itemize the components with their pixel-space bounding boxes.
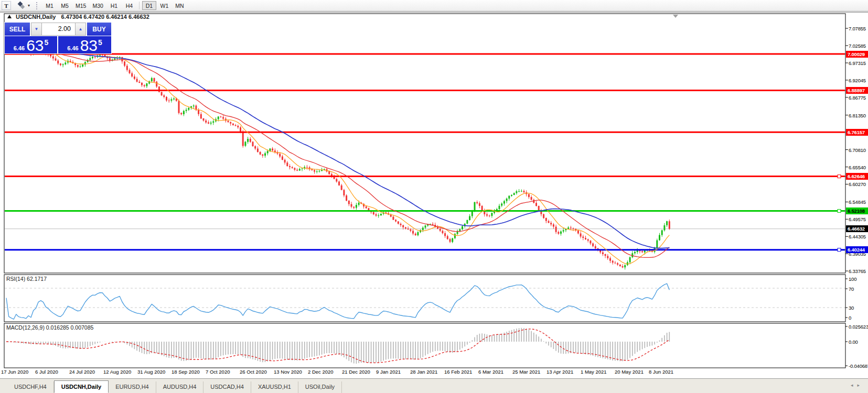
current-price-label: 6.46632 [846,225,868,232]
sell-button[interactable]: SELL [5,23,30,36]
diamond-shape-gray [20,5,25,9]
chart-tab-usdcad[interactable]: USDCAD,H4 [203,381,251,393]
date-tick: 17 Jun 2020 [1,369,28,375]
chart-tab-audusd[interactable]: AUDUSD,H4 [156,381,204,393]
price-tick: 7.02585 [849,43,868,49]
date-tick: 16 Feb 2021 [444,369,472,375]
timeframe-button-h4[interactable]: H4 [122,1,136,10]
text-tool-letter: T [4,3,8,9]
chart-ohlc-values: 6.47304 6.47420 6.46214 6.46632 [61,14,149,20]
price-label-6.40244: 6.40244 [846,246,868,253]
buy-price-prefix: 6.46 [67,45,78,51]
hline-handle[interactable] [838,175,841,178]
hline-handle[interactable] [838,248,841,252]
rsi-tick: 30 [849,305,868,311]
chevron-down-icon[interactable]: ▾ [28,3,30,8]
price-tick: 6.65540 [849,165,868,170]
sell-price-display[interactable]: 6.46 63 5 [5,36,57,53]
text-tool-icon[interactable]: T [2,1,11,10]
timeframe-button-m5[interactable]: M5 [58,1,72,10]
date-tick: 12 Aug 2020 [103,369,131,375]
price-tick: 6.54845 [849,199,868,205]
timeframe-button-m1[interactable]: M1 [42,1,57,10]
date-tick: 13 Apr 2021 [546,369,573,375]
timeframe-button-m30[interactable]: M30 [90,1,105,10]
macd-label: MACD(12,26,9) 0.016285 0.007085 [6,324,93,331]
date-tick: 21 Dec 2020 [342,369,370,375]
price-tick: 6.33765 [849,268,868,274]
rsi-label: RSI(14) 62.1717 [6,276,47,282]
chart-tab-usdchf[interactable]: USDCHF,H4 [7,381,54,393]
date-tick: 7 Oct 2020 [206,369,230,375]
date-tick: 9 Jan 2021 [376,369,401,375]
timeframe-button-d1[interactable]: D1 [142,1,156,10]
date-tick: 24 Jul 2020 [69,369,95,375]
price-label-6.76157: 6.76157 [846,129,868,136]
timeframe-button-m15[interactable]: M15 [73,1,89,10]
price-label-6.62646: 6.62646 [846,173,868,180]
chart-symbol: USDCNH,Daily [16,14,56,20]
price-tick: 6.60270 [849,181,868,187]
macd-tick: 0.00 [849,339,868,345]
date-tick: 2 Dec 2020 [308,369,334,375]
date-tick: 13 Nov 2020 [274,369,302,375]
tab-scroll-left-icon[interactable]: ◂ [851,383,858,388]
rsi-tick: 70 [849,286,868,292]
price-tick: 6.70810 [849,147,868,153]
price-tick: 6.49575 [849,216,868,222]
sell-price-main: 63 [26,38,44,53]
price-label-7.00029: 7.00029 [846,51,868,58]
price-tick: 7.07855 [849,26,868,31]
price-label-6.52108: 6.52108 [846,208,868,214]
price-chart-canvas[interactable] [0,0,868,393]
price-tick: 6.86775 [849,95,868,101]
date-tick: 20 May 2021 [615,369,644,375]
buy-price-pip: 5 [98,38,102,47]
buy-price-display[interactable]: 6.46 83 5 [58,36,111,53]
sell-price-prefix: 6.46 [14,45,25,51]
price-label-6.88897: 6.88897 [846,87,868,94]
date-tick: 26 Oct 2020 [240,369,267,375]
date-tick: 8 Jun 2021 [649,369,673,375]
chart-window: T ▾ M1M5M15M30H1H4D1W1MN USDCNH,Daily 6.… [0,0,868,393]
one-click-trading-panel: SELL ▼ 2.00 ▲ BUY 6.46 63 5 6.46 83 5 [4,22,112,54]
chart-tab-usoil[interactable]: USOil,Daily [298,381,342,393]
date-tick: 6 Jul 2020 [35,369,58,375]
chart-tab-bar: USDCHF,H4USDCNH,DailyEURUSD,H4AUDUSD,H4U… [0,378,868,393]
chart-tab-eurusd[interactable]: EURUSD,H4 [109,381,156,393]
objects-icon[interactable] [16,1,27,10]
buy-button[interactable]: BUY [87,23,111,36]
date-tick: 18 Sep 2020 [172,369,200,375]
symbol-marker-icon [7,15,12,18]
timeframe-button-group: M1M5M15M30H1H4D1W1MN [42,1,187,10]
buy-price-main: 83 [80,38,98,53]
hline-handle[interactable] [838,210,841,213]
macd-tick: 0.025623 [849,324,868,330]
date-tick: 6 Mar 2021 [478,369,503,375]
sell-price-pip: 5 [45,38,49,47]
date-tick: 25 Mar 2021 [512,369,540,375]
tab-scroll-arrows[interactable]: ◂▸ [851,383,864,388]
timeframe-button-w1[interactable]: W1 [157,1,172,10]
price-tick: 6.44305 [849,234,868,239]
rsi-tick: 0 [849,315,868,321]
rsi-tick: 100 [849,276,868,282]
price-tick: 6.97315 [849,60,868,66]
chart-tab-usdcnh[interactable]: USDCNH,Daily [54,380,109,393]
price-tick: 6.81350 [849,113,868,118]
top-toolbar: T ▾ M1M5M15M30H1H4D1W1MN [0,0,868,12]
date-tick: 31 Aug 2020 [137,369,165,375]
macd-tick: -0.040687 [849,363,868,369]
volume-input[interactable]: 2.00 [42,23,75,36]
chart-title: USDCNH,Daily 6.47304 6.47420 6.46214 6.4… [7,14,149,20]
timeframe-button-mn[interactable]: MN [173,1,187,10]
price-tick: 6.92045 [849,78,868,83]
timeframe-button-h1[interactable]: H1 [107,1,121,10]
volume-decrease-button[interactable]: ▼ [31,23,42,36]
toolbar-grip[interactable] [36,2,39,9]
chart-tab-xauusd[interactable]: XAUUSD,H1 [251,381,298,393]
date-tick: 28 Jan 2021 [410,369,437,375]
tab-scroll-right-icon[interactable]: ▸ [857,383,864,388]
date-tick: 1 May 2021 [581,369,607,375]
volume-increase-button[interactable]: ▲ [75,23,86,36]
